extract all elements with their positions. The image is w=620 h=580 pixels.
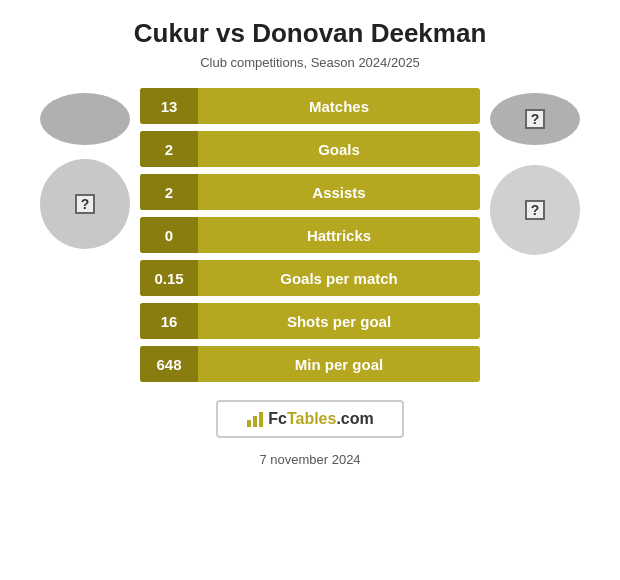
stat-value: 16 [140, 303, 198, 339]
stat-value: 2 [140, 174, 198, 210]
footer-date: 7 november 2024 [259, 452, 360, 467]
stat-row: 16Shots per goal [140, 303, 480, 339]
stat-row: 2Goals [140, 131, 480, 167]
stat-label: Hattricks [198, 227, 480, 244]
avatar-right-icon-bottom: ? [525, 200, 545, 220]
stat-value: 0.15 [140, 260, 198, 296]
player-left: ? [40, 88, 130, 249]
avatar-left-ellipse [40, 93, 130, 145]
stat-row: 2Assists [140, 174, 480, 210]
stat-value: 13 [140, 88, 198, 124]
svg-rect-1 [253, 416, 257, 427]
stat-value: 648 [140, 346, 198, 382]
stat-value: 2 [140, 131, 198, 167]
stat-row: 13Matches [140, 88, 480, 124]
avatar-right-circle: ? [490, 165, 580, 255]
stat-value: 0 [140, 217, 198, 253]
avatar-right-icon-top: ? [525, 109, 545, 129]
stat-row: 648Min per goal [140, 346, 480, 382]
avatar-right-ellipse: ? [490, 93, 580, 145]
main-container: Cukur vs Donovan Deekman Club competitio… [0, 0, 620, 580]
svg-rect-2 [259, 412, 263, 427]
stat-label: Min per goal [198, 356, 480, 373]
stat-row: 0Hattricks [140, 217, 480, 253]
logo-section: FcTables.com [216, 400, 404, 438]
stat-label: Goals [198, 141, 480, 158]
logo-chart-icon [246, 410, 264, 428]
page-title: Cukur vs Donovan Deekman [134, 18, 487, 49]
logo-text: FcTables.com [268, 410, 374, 428]
page-subtitle: Club competitions, Season 2024/2025 [200, 55, 420, 70]
svg-rect-0 [247, 420, 251, 427]
stats-section: ? 13Matches2Goals2Assists0Hattricks0.15G… [0, 88, 620, 382]
stat-label: Assists [198, 184, 480, 201]
stat-label: Shots per goal [198, 313, 480, 330]
player-right: ? ? [490, 88, 580, 255]
avatar-left-icon: ? [75, 194, 95, 214]
stats-rows: 13Matches2Goals2Assists0Hattricks0.15Goa… [140, 88, 480, 382]
stat-label: Matches [198, 98, 480, 115]
avatar-left-circle: ? [40, 159, 130, 249]
stat-label: Goals per match [198, 270, 480, 287]
stat-row: 0.15Goals per match [140, 260, 480, 296]
